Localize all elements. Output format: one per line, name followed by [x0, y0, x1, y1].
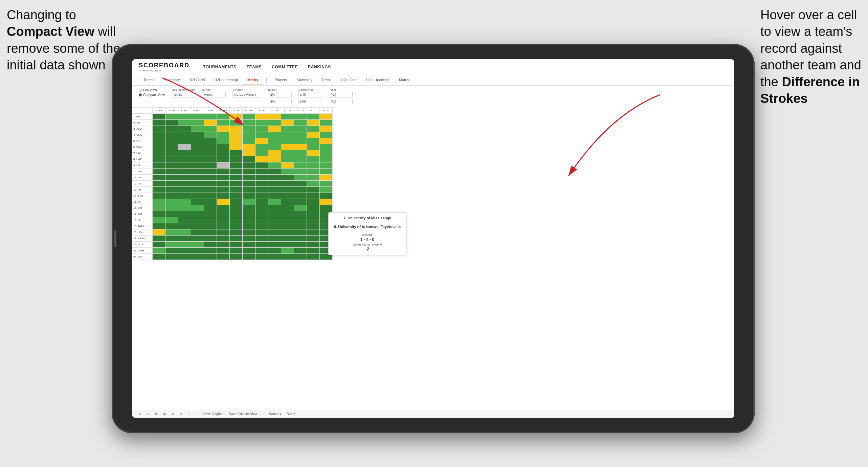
matrix-cell[interactable] — [281, 236, 294, 242]
matrix-cell[interactable] — [230, 254, 243, 260]
matrix-cell[interactable] — [204, 242, 217, 248]
matrix-cell[interactable] — [243, 120, 255, 126]
matrix-cell[interactable] — [243, 223, 255, 229]
matrix-cell[interactable] — [243, 248, 255, 254]
matrix-cell[interactable] — [307, 199, 320, 205]
matrix-cell[interactable] — [204, 162, 217, 169]
matrix-cell[interactable] — [243, 181, 255, 187]
matrix-cell[interactable] — [294, 199, 307, 205]
matrix-cell[interactable] — [281, 169, 294, 175]
refresh-button[interactable]: ⟳ — [155, 412, 158, 416]
matrix-cell[interactable] — [191, 181, 204, 187]
matrix-cell[interactable] — [230, 138, 243, 144]
matrix-cell[interactable] — [178, 114, 191, 120]
matrix-cell[interactable] — [281, 126, 294, 132]
compact-view-option[interactable]: Compact View — [139, 93, 165, 97]
matrix-cell[interactable] — [165, 132, 178, 138]
matrix-cell[interactable] — [243, 236, 255, 242]
matrix-cell[interactable] — [255, 254, 268, 260]
matrix-cell[interactable] — [165, 114, 178, 120]
matrix-cell[interactable] — [268, 114, 281, 120]
matrix-cell[interactable] — [281, 229, 294, 236]
matrix-cell[interactable] — [255, 114, 268, 120]
matrix-cell[interactable] — [217, 199, 230, 205]
matrix-cell[interactable] — [230, 181, 243, 187]
matrix-cell[interactable] — [165, 229, 178, 236]
nav-rankings[interactable]: RANKINGS — [308, 63, 331, 71]
matrix-cell[interactable] — [178, 248, 191, 254]
matrix-cell[interactable] — [165, 150, 178, 156]
matrix-cell[interactable] — [217, 120, 230, 126]
matrix-cell[interactable] — [255, 223, 268, 229]
matrix-cell[interactable] — [294, 150, 307, 156]
matrix-cell[interactable] — [217, 217, 230, 223]
matrix-cell[interactable] — [178, 211, 191, 217]
matrix-cell[interactable] — [243, 169, 255, 175]
matrix-cell[interactable] — [165, 254, 178, 260]
matrix-cell[interactable] — [255, 126, 268, 132]
matrix-cell[interactable] — [230, 193, 243, 199]
save-custom-button[interactable]: Save Custom View — [229, 412, 257, 416]
matrix-cell[interactable] — [307, 132, 320, 138]
matrix-cell[interactable] — [281, 248, 294, 254]
matrix-cell[interactable] — [294, 254, 307, 260]
matrix-cell[interactable] — [191, 150, 204, 156]
matrix-cell[interactable] — [191, 162, 204, 169]
matrix-cell[interactable] — [165, 248, 178, 254]
matrix-cell[interactable] — [191, 254, 204, 260]
matrix-cell[interactable] — [153, 229, 165, 236]
matrix-cell[interactable] — [268, 236, 281, 242]
matrix-cell[interactable] — [320, 199, 333, 205]
filter-conference-select[interactable]: (All) — [298, 92, 322, 97]
filter-conference-select2[interactable]: (All) — [298, 99, 322, 104]
matrix-cell[interactable] — [294, 120, 307, 126]
matrix-cell[interactable] — [230, 205, 243, 211]
matrix-cell[interactable] — [217, 169, 230, 175]
tab-players-summary[interactable]: Summary — [292, 75, 317, 85]
matrix-cell[interactable] — [230, 169, 243, 175]
matrix-cell[interactable] — [230, 211, 243, 217]
matrix-cell[interactable] — [294, 193, 307, 199]
matrix-cell[interactable] — [243, 175, 255, 181]
matrix-cell[interactable] — [255, 229, 268, 236]
matrix-cell[interactable] — [165, 236, 178, 242]
matrix-cell[interactable] — [191, 199, 204, 205]
matrix-cell[interactable] — [320, 205, 333, 211]
matrix-cell[interactable] — [165, 162, 178, 169]
nav-teams[interactable]: TEAMS — [247, 63, 262, 71]
matrix-cell[interactable] — [191, 169, 204, 175]
filter-gender-select[interactable]: Men's — [202, 92, 226, 97]
matrix-cell[interactable] — [204, 120, 217, 126]
matrix-cell[interactable] — [165, 187, 178, 193]
matrix-cell[interactable] — [217, 223, 230, 229]
matrix-cell[interactable] — [255, 248, 268, 254]
matrix-cell[interactable] — [307, 156, 320, 162]
matrix-cell[interactable] — [153, 175, 165, 181]
matrix-cell[interactable] — [243, 199, 255, 205]
matrix-cell[interactable] — [178, 175, 191, 181]
matrix-cell[interactable] — [178, 156, 191, 162]
filter-region-select[interactable]: N/A — [268, 92, 292, 97]
matrix-cell[interactable] — [178, 236, 191, 242]
matrix-cell[interactable] — [281, 132, 294, 138]
matrix-cell[interactable] — [268, 229, 281, 236]
matrix-cell[interactable] — [153, 138, 165, 144]
matrix-cell[interactable] — [153, 254, 165, 260]
matrix-cell[interactable] — [268, 156, 281, 162]
matrix-cell[interactable] — [178, 205, 191, 211]
matrix-cell[interactable] — [281, 144, 294, 150]
matrix-cell[interactable] — [165, 223, 178, 229]
matrix-cell[interactable] — [268, 217, 281, 223]
matrix-cell[interactable] — [243, 138, 255, 144]
matrix-cell[interactable] — [268, 211, 281, 217]
matrix-cell[interactable] — [204, 126, 217, 132]
matrix-cell[interactable] — [320, 120, 333, 126]
matrix-cell[interactable] — [281, 187, 294, 193]
full-view-radio[interactable] — [139, 89, 142, 92]
matrix-cell[interactable] — [204, 150, 217, 156]
matrix-cell[interactable] — [153, 162, 165, 169]
matrix-cell[interactable] — [217, 242, 230, 248]
matrix-cell[interactable] — [204, 229, 217, 236]
matrix-cell[interactable] — [255, 169, 268, 175]
matrix-cell[interactable] — [268, 199, 281, 205]
